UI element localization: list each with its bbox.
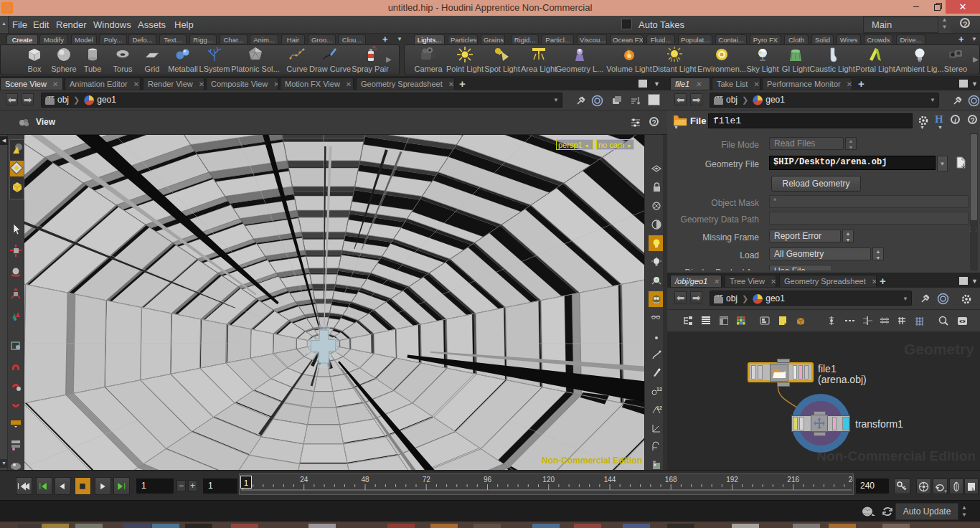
svg-text:192: 192: [726, 476, 738, 484]
svg-text:12: 12: [656, 387, 662, 392]
svg-text:120: 120: [542, 476, 555, 484]
svg-text:240: 240: [849, 476, 853, 484]
svg-text:48: 48: [361, 476, 369, 484]
svg-text:144: 144: [604, 476, 616, 484]
svg-text:96: 96: [484, 476, 492, 484]
svg-text:168: 168: [665, 476, 677, 484]
svg-text:24: 24: [300, 476, 308, 484]
svg-text:216: 216: [787, 476, 799, 484]
svg-text:72: 72: [423, 476, 431, 484]
svg-text:12: 12: [656, 405, 662, 410]
